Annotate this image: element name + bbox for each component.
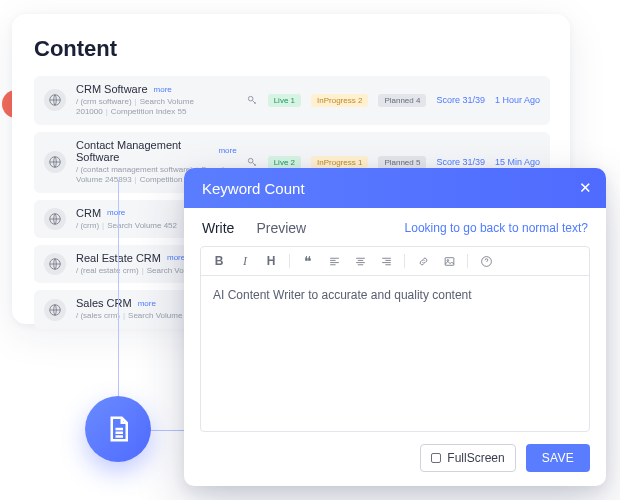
keyword-icon <box>247 95 258 106</box>
svg-rect-7 <box>445 257 454 265</box>
toolbar-divider <box>289 254 290 268</box>
modal-title: Keyword Count <box>202 180 305 197</box>
fullscreen-button[interactable]: FullScreen <box>420 444 515 472</box>
more-link[interactable]: more <box>107 208 125 217</box>
editor-toolbar: B I H ❝ <box>201 247 589 276</box>
row-slug: / (sales crm) <box>76 311 120 320</box>
progress-pill: InProgress 2 <box>311 94 368 107</box>
row-title: CRM Software <box>76 83 148 95</box>
svg-point-3 <box>248 158 253 163</box>
globe-icon <box>44 253 66 275</box>
row-title: Contact Management Software <box>76 139 212 163</box>
globe-icon <box>44 89 66 111</box>
fullscreen-label: FullScreen <box>447 451 504 465</box>
align-left-icon[interactable] <box>326 253 342 269</box>
bold-icon[interactable]: B <box>211 253 227 269</box>
page-title: Content <box>34 36 550 62</box>
heading-icon[interactable]: H <box>263 253 279 269</box>
live-pill: Live 2 <box>268 156 301 169</box>
link-icon[interactable] <box>415 253 431 269</box>
progress-pill: InProgress 1 <box>311 156 368 169</box>
row-slug: / (contact management software) <box>76 165 193 174</box>
planned-pill: Planned 4 <box>378 94 426 107</box>
time-text: 1 Hour Ago <box>495 95 540 105</box>
row-volume: Search Volume <box>128 311 182 320</box>
normal-text-hint[interactable]: Looking to go back to normal text? <box>405 221 588 235</box>
row-slug: / (real estate crm) <box>76 266 139 275</box>
toolbar-divider <box>404 254 405 268</box>
modal-tabs: Write Preview Looking to go back to norm… <box>184 208 606 246</box>
row-competition: Competition Index 55 <box>111 107 187 116</box>
decorative-dots <box>0 336 38 376</box>
quote-icon[interactable]: ❝ <box>300 253 316 269</box>
score-text: Score 31/39 <box>436 95 485 105</box>
globe-icon <box>44 151 66 173</box>
tab-write[interactable]: Write <box>202 220 234 236</box>
modal-header: Keyword Count ✕ <box>184 168 606 208</box>
more-link[interactable]: more <box>218 146 236 155</box>
document-badge-icon <box>85 396 151 462</box>
align-right-icon[interactable] <box>378 253 394 269</box>
help-icon[interactable] <box>478 253 494 269</box>
live-pill: Live 1 <box>268 94 301 107</box>
score-text: Score 31/39 <box>436 157 485 167</box>
globe-icon <box>44 208 66 230</box>
image-icon[interactable] <box>441 253 457 269</box>
close-icon[interactable]: ✕ <box>579 179 592 197</box>
row-volume: Search Vol <box>147 266 186 275</box>
more-link[interactable]: more <box>138 299 156 308</box>
svg-point-1 <box>248 96 253 101</box>
checkbox-icon <box>431 453 441 463</box>
editor-body[interactable]: AI Content Writer to accurate and qualit… <box>201 276 589 431</box>
row-slug: / (crm software) <box>76 97 132 106</box>
row-main: CRM Software more / (crm software)|Searc… <box>76 83 237 118</box>
toolbar-divider <box>467 254 468 268</box>
row-slug: / (crm) <box>76 221 99 230</box>
content-row[interactable]: CRM Software more / (crm software)|Searc… <box>34 76 550 125</box>
keyword-icon <box>247 157 258 168</box>
keyword-count-modal: Keyword Count ✕ Write Preview Looking to… <box>184 168 606 486</box>
more-link[interactable]: more <box>154 85 172 94</box>
editor: B I H ❝ AI Content Writer to accurate an… <box>200 246 590 432</box>
more-link[interactable]: more <box>167 253 185 262</box>
globe-icon <box>44 299 66 321</box>
save-button[interactable]: SAVE <box>526 444 590 472</box>
tab-preview[interactable]: Preview <box>256 220 306 236</box>
align-center-icon[interactable] <box>352 253 368 269</box>
italic-icon[interactable]: I <box>237 253 253 269</box>
modal-footer: FullScreen SAVE <box>184 444 606 486</box>
row-title: Sales CRM <box>76 297 132 309</box>
planned-pill: Planned 5 <box>378 156 426 169</box>
time-text: 15 Min Ago <box>495 157 540 167</box>
row-title: CRM <box>76 207 101 219</box>
